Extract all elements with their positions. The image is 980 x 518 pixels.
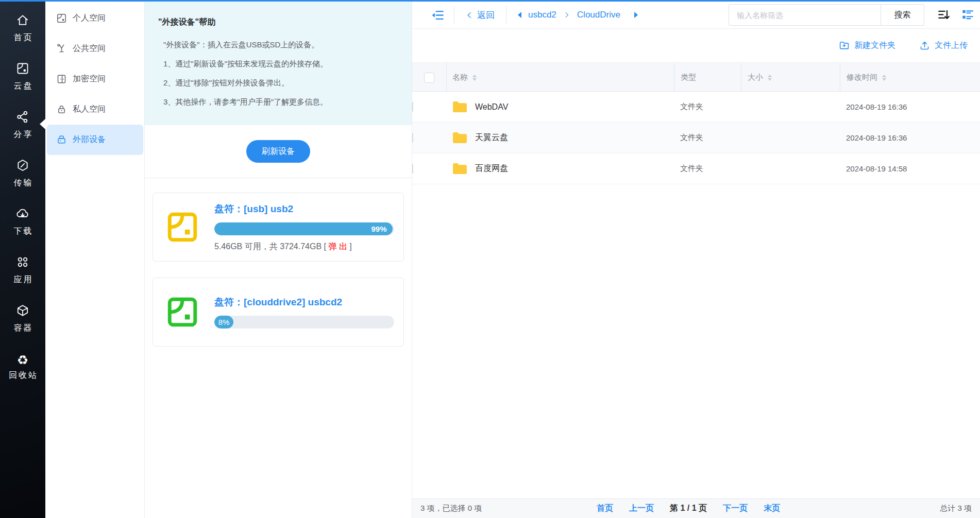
view-mode-icon[interactable] xyxy=(960,7,975,23)
table-footer: 3 项，已选择 0 项 首页 上一页 第 1 / 1 页 下一页 末页 总计 3… xyxy=(412,498,980,518)
sidebar-item-label: 分享 xyxy=(12,129,33,140)
sort-caret-icon[interactable] xyxy=(768,75,772,81)
clouddrive-device-icon xyxy=(165,295,199,329)
row-checkbox[interactable] xyxy=(412,102,413,112)
external-device-help: "外接设备"帮助 "外接设备"：插入在云盘USB或SD上的设备。 1、通过"刷新… xyxy=(145,2,412,125)
prev-page-link[interactable]: 上一页 xyxy=(629,503,654,514)
column-header-name[interactable]: 名称 xyxy=(446,63,674,92)
breadcrumb-item[interactable]: CloudDrive xyxy=(577,10,620,20)
sidebar-item-label: 应用 xyxy=(12,274,33,285)
table-row[interactable]: 天翼云盘 文件夹 2024-08-19 16:36 xyxy=(412,123,980,153)
device-card-usb2: 盘符：[usb] usb2 99% 5.46GB 可用，共 3724.74GB … xyxy=(153,193,404,262)
file-toolbar: 返回 usbcd2 CloudDrive 搜索 xyxy=(412,2,980,29)
sidebar-item-clouddisk[interactable]: 云盘 xyxy=(0,53,45,101)
row-checkbox[interactable] xyxy=(412,133,413,143)
home-icon xyxy=(16,13,29,29)
file-browser-panel: 返回 usbcd2 CloudDrive 搜索 xyxy=(412,2,980,518)
breadcrumb-prev-icon[interactable] xyxy=(518,12,521,18)
file-name: WebDAV xyxy=(475,102,508,112)
sidebar-item-container[interactable]: 容器 xyxy=(0,295,45,343)
device-title: 盘符：[clouddrive2] usbcd2 xyxy=(214,296,394,309)
next-page-link[interactable]: 下一页 xyxy=(723,503,748,514)
private-space-icon xyxy=(56,104,67,115)
sidebar-item-label: 容器 xyxy=(12,323,33,334)
sidebar-item-apps[interactable]: 应用 xyxy=(0,246,45,295)
capacity-text: 5.46GB 可用，共 3724.74GB [ xyxy=(214,242,328,251)
breadcrumb-next-icon[interactable] xyxy=(634,12,638,18)
sidebar-item-transfer[interactable]: 传输 xyxy=(0,149,45,198)
breadcrumb-item[interactable]: usbcd2 xyxy=(528,10,556,20)
file-type: 文件夹 xyxy=(674,164,741,174)
space-item-personal[interactable]: 个人空间 xyxy=(47,3,143,33)
sidebar-item-recycle[interactable]: ♻ 回收站 xyxy=(0,343,45,391)
sidebar-item-download[interactable]: 下载 xyxy=(0,198,45,246)
row-checkbox-cell xyxy=(412,133,446,142)
refresh-devices-button[interactable]: 刷新设备 xyxy=(246,140,310,163)
apps-icon xyxy=(16,255,29,271)
active-item-notch xyxy=(40,119,45,129)
table-header: 名称 类型 大小 修改时间 xyxy=(412,62,980,92)
new-folder-button[interactable]: 新建文件夹 xyxy=(839,40,895,51)
table-row[interactable]: 百度网盘 文件夹 2024-08-19 14:58 xyxy=(412,153,980,184)
usb-drive-icon xyxy=(165,210,199,244)
table-row[interactable]: WebDAV 文件夹 2024-08-19 16:36 xyxy=(412,92,980,123)
device-cards: 盘符：[usb] usb2 99% 5.46GB 可用，共 3724.74GB … xyxy=(145,178,412,347)
file-name: 天翼云盘 xyxy=(475,132,508,143)
total-count: 总计 3 项 xyxy=(940,504,972,513)
eject-link[interactable]: 弹 出 xyxy=(328,242,347,251)
space-item-public[interactable]: 公共空间 xyxy=(47,33,143,64)
sidebar-item-label: 首页 xyxy=(12,32,33,43)
toolbar-right-group: 搜索 xyxy=(729,4,980,26)
search-input[interactable] xyxy=(729,4,881,26)
space-item-external-devices[interactable]: 外部设备 xyxy=(47,125,143,155)
column-header-size[interactable]: 大小 xyxy=(741,63,840,92)
page-indicator: 第 1 / 1 页 xyxy=(670,503,707,514)
selection-summary: 3 项，已选择 0 项 xyxy=(420,504,482,513)
back-label: 返回 xyxy=(477,9,495,21)
collapse-panel-icon[interactable] xyxy=(430,7,445,23)
sidebar-item-home[interactable]: 首页 xyxy=(0,4,45,53)
select-all-checkbox[interactable] xyxy=(424,73,434,83)
column-header-modified[interactable]: 修改时间 xyxy=(840,63,980,92)
space-item-private[interactable]: 私人空间 xyxy=(47,94,143,125)
sidebar-item-label: 云盘 xyxy=(12,81,33,92)
column-label: 类型 xyxy=(681,73,696,82)
search-button[interactable]: 搜索 xyxy=(881,4,924,26)
sidebar-item-label: 下载 xyxy=(12,226,33,237)
sidebar-item-label: 回收站 xyxy=(7,370,38,381)
cloud-disk-icon xyxy=(16,62,29,77)
sidebar-item-label: 传输 xyxy=(12,178,33,188)
upload-icon xyxy=(919,40,930,51)
folder-icon xyxy=(452,131,468,144)
chevron-left-icon xyxy=(466,11,474,19)
public-space-icon xyxy=(56,43,67,54)
download-icon xyxy=(16,207,29,222)
back-button[interactable]: 返回 xyxy=(454,9,506,21)
upload-label: 文件上传 xyxy=(935,40,968,51)
file-modified: 2024-08-19 16:36 xyxy=(840,102,980,111)
sort-caret-icon[interactable] xyxy=(472,75,477,81)
sidebar-item-share[interactable]: 分享 xyxy=(0,101,45,149)
app-window: 首页 云盘 分享 传输 下载 应用 容器 ♻ 回收站 xyxy=(0,0,980,518)
device-card-body: 盘符：[clouddrive2] usbcd2 8% xyxy=(214,296,394,329)
sort-caret-icon[interactable] xyxy=(882,75,886,81)
recycle-icon: ♻ xyxy=(17,353,28,367)
row-checkbox[interactable] xyxy=(412,164,413,174)
external-device-icon xyxy=(56,134,67,145)
space-item-encrypted[interactable]: 加密空间 xyxy=(47,64,143,94)
file-type: 文件夹 xyxy=(674,102,741,112)
usage-progress-fill: 99% xyxy=(214,222,393,235)
help-line: 2、通过"移除"按钮对外接设备弹出。 xyxy=(163,77,398,89)
upload-button[interactable]: 文件上传 xyxy=(919,40,968,51)
last-page-link[interactable]: 末页 xyxy=(764,503,780,514)
first-page-link[interactable]: 首页 xyxy=(597,503,613,514)
space-item-label: 加密空间 xyxy=(73,74,106,84)
capacity-text-suffix: ] xyxy=(347,242,352,251)
file-name: 百度网盘 xyxy=(475,163,508,174)
folder-icon xyxy=(452,100,468,113)
sort-order-icon[interactable] xyxy=(936,7,952,23)
help-line: "外接设备"：插入在云盘USB或SD上的设备。 xyxy=(163,39,398,50)
top-accent-line xyxy=(0,0,980,2)
column-header-type[interactable]: 类型 xyxy=(674,63,741,92)
device-capacity-info: 5.46GB 可用，共 3724.74GB [ 弹 出 ] xyxy=(214,241,394,252)
